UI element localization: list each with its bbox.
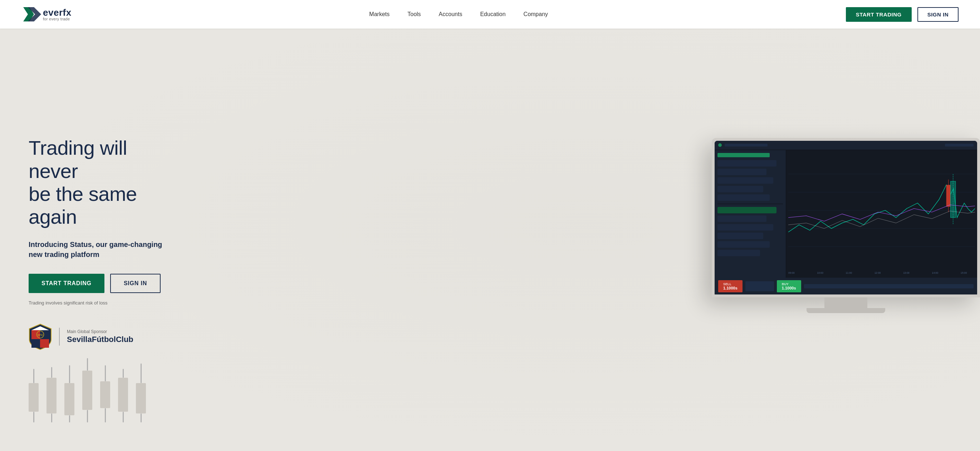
hero-headline-line2: be the same again (29, 183, 137, 228)
platform-controls (945, 144, 974, 146)
sidebar-row-5 (718, 194, 770, 201)
sell-label: SELL (723, 282, 738, 286)
sidebar-row-2 (718, 169, 767, 175)
hero-subheadline: Introducing Status, our game-changing ne… (29, 240, 168, 259)
logo-tagline: for every trade (43, 17, 72, 21)
nav-item-markets[interactable]: Markets (369, 11, 390, 17)
hero-section: Trading will never be the same again Int… (0, 0, 980, 451)
sell-box: SELL 1.1000s (718, 280, 743, 292)
monitor-stand-base (807, 308, 885, 313)
svg-text:11:00: 11:00 (846, 272, 852, 274)
sidebar-row-9 (718, 233, 763, 239)
price-spread (745, 281, 774, 291)
nav-link-markets[interactable]: Markets (369, 11, 390, 17)
hero-buttons: START TRADING SIGN IN (29, 274, 168, 293)
platform-title-bar (725, 144, 768, 146)
candlestick-3 (82, 358, 92, 422)
sidebar-row-6 (718, 207, 776, 213)
nav-link-company[interactable]: Company (523, 11, 548, 17)
buy-box: BUY 1.1000s (777, 280, 801, 292)
bottom-info-bar (804, 284, 974, 288)
hero-content: Trading will never be the same again Int… (0, 108, 197, 372)
nav-link-accounts[interactable]: Accounts (439, 11, 463, 17)
navbar: everfx for every trade Markets Tools Acc… (0, 0, 980, 29)
hero-disclaimer: Trading involves significant risk of los… (29, 300, 168, 306)
hero-headline: Trading will never be the same again (29, 137, 168, 229)
nav-sign-in-button[interactable]: SIGN IN (917, 7, 959, 22)
nav-item-education[interactable]: Education (480, 11, 505, 17)
chart-svg: 09:00 10:00 11:00 12:00 13:00 14:00 15:0… (788, 152, 975, 276)
svg-text:15:00: 15:00 (961, 272, 967, 274)
sidebar-header (718, 153, 770, 157)
sponsor-name: SevillaFútbolClub (67, 335, 134, 344)
logo-icon (21, 3, 43, 25)
monitor-frame: 09:00 10:00 11:00 12:00 13:00 14:00 15:0… (712, 138, 980, 297)
sidebar-row-3 (718, 177, 773, 184)
candlestick-4 (100, 365, 110, 422)
candlestick-0 (29, 369, 39, 422)
monitor-wrapper: 09:00 10:00 11:00 12:00 13:00 14:00 15:0… (712, 138, 980, 313)
buy-price: 1.1000s (782, 286, 796, 290)
sidebar-row-4 (718, 186, 763, 192)
logo-name: everfx (43, 8, 72, 17)
candlestick-1 (46, 367, 57, 422)
svg-text:09:00: 09:00 (788, 272, 795, 274)
candlesticks-decoration (29, 358, 146, 422)
candlestick-6 (136, 364, 146, 422)
candlestick-2 (64, 365, 75, 422)
nav-item-tools[interactable]: Tools (407, 11, 421, 17)
monitor-screen: 09:00 10:00 11:00 12:00 13:00 14:00 15:0… (714, 141, 977, 294)
nav-start-trading-button[interactable]: START TRADING (846, 7, 912, 22)
sidebar-row-11 (718, 250, 760, 256)
platform-sidebar (714, 150, 786, 278)
svg-text:12:00: 12:00 (875, 272, 881, 274)
nav-link-tools[interactable]: Tools (407, 11, 421, 17)
sponsor-section: SFC Main Global Sponsor SevillaFútbolClu… (29, 323, 168, 350)
sidebar-row-7 (718, 216, 767, 222)
platform-main: 09:00 10:00 11:00 12:00 13:00 14:00 15:0… (786, 150, 977, 278)
sell-price: 1.1000s (723, 286, 738, 290)
svg-rect-4 (32, 339, 40, 348)
svg-rect-5 (40, 339, 49, 348)
svg-text:SFC: SFC (38, 333, 43, 337)
sponsor-text: Main Global Sponsor SevillaFútbolClub (67, 329, 134, 344)
svg-text:13:00: 13:00 (903, 272, 910, 274)
nav-actions: START TRADING SIGN IN (846, 7, 959, 22)
sidebar-row-10 (718, 241, 770, 248)
svg-text:10:00: 10:00 (817, 272, 823, 274)
sidebar-row-1 (718, 160, 776, 167)
platform-logo-dot (718, 143, 722, 147)
sidebar-row-8 (718, 224, 773, 230)
svg-text:14:00: 14:00 (932, 272, 939, 274)
nav-item-company[interactable]: Company (523, 11, 548, 17)
platform-topbar (714, 141, 977, 150)
nav-link-education[interactable]: Education (480, 11, 505, 17)
hero-sign-in-button[interactable]: SIGN IN (110, 274, 161, 293)
platform-ui: 09:00 10:00 11:00 12:00 13:00 14:00 15:0… (714, 141, 977, 294)
hero-headline-line1: Trading will never (29, 137, 127, 182)
platform-bottom-bar: SELL 1.1000s BUY 1.1000s (714, 278, 977, 294)
chart-area: 09:00 10:00 11:00 12:00 13:00 14:00 15:0… (788, 152, 975, 276)
platform-body: 09:00 10:00 11:00 12:00 13:00 14:00 15:0… (714, 150, 977, 278)
candlestick-5 (118, 369, 128, 422)
nav-links: Markets Tools Accounts Education Company (369, 11, 548, 17)
sponsor-divider (59, 328, 60, 346)
hero-start-trading-button[interactable]: START TRADING (29, 274, 105, 293)
sponsor-shield-icon: SFC (29, 323, 52, 350)
monitor-stand-neck (824, 297, 867, 308)
sponsor-label: Main Global Sponsor (67, 329, 134, 334)
buy-label: BUY (782, 282, 796, 286)
sidebar-divider (718, 204, 783, 204)
nav-item-accounts[interactable]: Accounts (439, 11, 463, 17)
logo[interactable]: everfx for every trade (21, 3, 72, 25)
